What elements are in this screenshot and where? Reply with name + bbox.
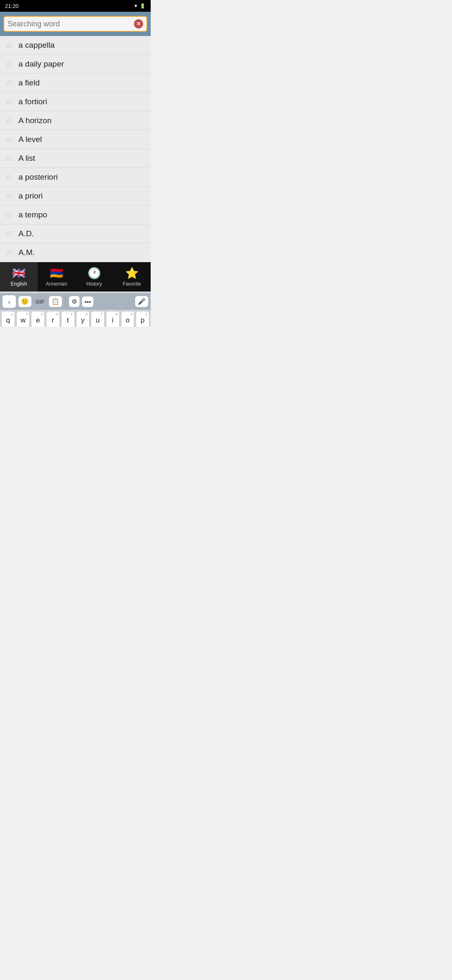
tab-history[interactable]: 🕐 History xyxy=(75,262,113,291)
star-icon[interactable]: ☆ xyxy=(5,191,13,201)
list-item[interactable]: ☆ A horizon xyxy=(0,111,151,130)
list-item[interactable]: ☆ a tempo xyxy=(0,206,151,224)
armenian-flag-icon: 🇦🇲 xyxy=(50,267,63,280)
star-icon[interactable]: ☆ xyxy=(5,172,13,182)
star-icon[interactable]: ☆ xyxy=(5,59,13,69)
word-text: A.M. xyxy=(18,248,35,257)
status-icons: ▼ 🔋 xyxy=(134,3,146,9)
tab-english[interactable]: 🇬🇧 English xyxy=(0,262,38,291)
status-bar: 21:20 ▼ 🔋 xyxy=(0,0,151,12)
word-text: A level xyxy=(18,135,42,144)
star-icon[interactable]: ☆ xyxy=(5,153,13,163)
list-item[interactable]: ☆ a cappella xyxy=(0,36,151,55)
word-text: a cappella xyxy=(18,41,55,50)
list-item[interactable]: ☆ A.M. xyxy=(0,243,151,262)
status-time: 21:20 xyxy=(5,3,19,9)
clear-icon: ✕ xyxy=(134,19,143,28)
toolbar-separator xyxy=(65,297,66,307)
search-input[interactable] xyxy=(8,20,134,28)
keyboard: ‹ 🙂 GIF 📋 ⚙ ••• 🎤 1q2w3e4r5t6y7u8i9o0pas… xyxy=(0,291,151,327)
search-bar: ✕ xyxy=(0,12,151,36)
tab-favorite[interactable]: ⭐ Favorite xyxy=(113,262,151,291)
gif-button[interactable]: GIF xyxy=(34,297,46,307)
word-text: a fortiori xyxy=(18,97,47,106)
tab-armenian[interactable]: 🇦🇲 Armenian xyxy=(38,262,75,291)
list-item[interactable]: ☆ a daily paper xyxy=(0,55,151,74)
tab-label-history: History xyxy=(86,281,102,287)
list-item[interactable]: ☆ a field xyxy=(0,74,151,93)
list-item[interactable]: ☆ a fortiori xyxy=(0,93,151,111)
mic-button[interactable]: 🎤 xyxy=(135,296,148,307)
word-text: A.D. xyxy=(18,229,34,238)
english-flag-icon: 🇬🇧 xyxy=(12,267,26,280)
settings-button[interactable]: ⚙ xyxy=(69,296,80,307)
key-u[interactable]: 7u xyxy=(91,312,104,327)
more-button[interactable]: ••• xyxy=(82,297,94,307)
search-input-wrapper: ✕ xyxy=(3,16,147,32)
wifi-icon: ▼ xyxy=(134,3,138,8)
tab-label-favorite: Favorite xyxy=(123,281,141,287)
key-p[interactable]: 0p xyxy=(136,312,149,327)
star-icon[interactable]: ☆ xyxy=(5,78,13,88)
word-list: ☆ a cappella ☆ a daily paper ☆ a field ☆… xyxy=(0,36,151,262)
star-icon[interactable]: ☆ xyxy=(5,210,13,220)
word-text: a priori xyxy=(18,191,43,201)
list-item[interactable]: ☆ A list xyxy=(0,149,151,168)
keyboard-rows: 1q2w3e4r5t6y7u8i9o0pasdfghjkl⇧zxcvbnm⌫?1… xyxy=(0,310,151,327)
key-r[interactable]: 4r xyxy=(46,312,59,327)
star-icon[interactable]: ☆ xyxy=(5,116,13,126)
word-text: A list xyxy=(18,154,35,163)
key-e[interactable]: 3e xyxy=(31,312,44,327)
favorite-star-icon: ⭐ xyxy=(125,267,139,280)
tab-label-armenian: Armenian xyxy=(46,281,67,287)
key-t[interactable]: 5t xyxy=(62,312,74,327)
key-o[interactable]: 9o xyxy=(121,312,134,327)
list-item[interactable]: ☆ a posteriori xyxy=(0,168,151,187)
list-item[interactable]: ☆ a priori xyxy=(0,187,151,206)
sticker-button[interactable]: 🙂 xyxy=(18,296,31,307)
clear-button[interactable]: ✕ xyxy=(134,19,143,28)
keyboard-row-1: 1q2w3e4r5t6y7u8i9o0p xyxy=(2,312,149,327)
word-text: a posteriori xyxy=(18,173,58,182)
word-text: A horizon xyxy=(18,116,51,125)
list-item[interactable]: ☆ A level xyxy=(0,130,151,149)
word-text: a field xyxy=(18,78,40,88)
star-icon[interactable]: ☆ xyxy=(5,248,13,258)
star-icon[interactable]: ☆ xyxy=(5,229,13,239)
key-q[interactable]: 1q xyxy=(2,312,15,327)
key-y[interactable]: 6y xyxy=(77,312,90,327)
star-icon[interactable]: ☆ xyxy=(5,97,13,107)
battery-icon: 🔋 xyxy=(140,3,146,9)
history-clock-icon: 🕐 xyxy=(87,267,101,280)
word-text: a tempo xyxy=(18,210,47,219)
keyboard-back-button[interactable]: ‹ xyxy=(3,295,16,308)
key-w[interactable]: 2w xyxy=(17,312,30,327)
star-icon[interactable]: ☆ xyxy=(5,40,13,50)
list-item[interactable]: ☆ A.D. xyxy=(0,224,151,243)
tab-bar: 🇬🇧 English 🇦🇲 Armenian 🕐 History ⭐ Favor… xyxy=(0,262,151,291)
keyboard-toolbar: ‹ 🙂 GIF 📋 ⚙ ••• 🎤 xyxy=(0,293,151,310)
clipboard-button[interactable]: 📋 xyxy=(49,296,62,307)
tab-label-english: English xyxy=(10,281,27,287)
star-icon[interactable]: ☆ xyxy=(5,134,13,144)
key-i[interactable]: 8i xyxy=(106,312,119,327)
word-text: a daily paper xyxy=(18,59,64,69)
